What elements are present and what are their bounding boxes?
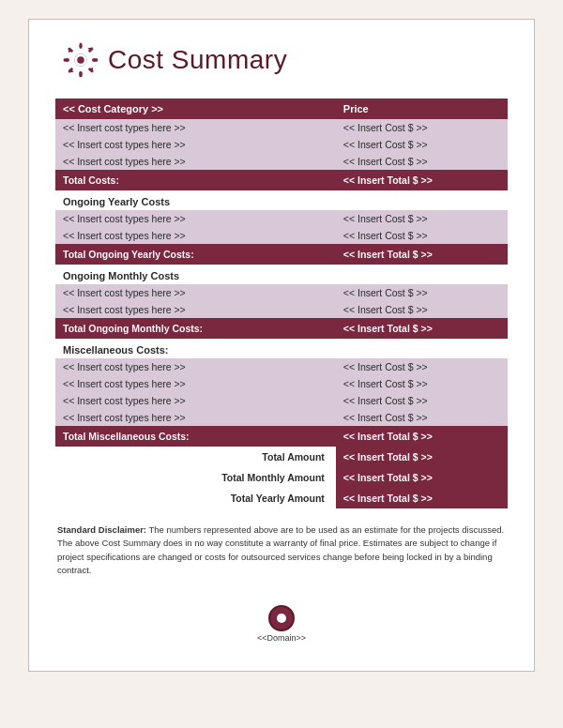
cost-price-cell: << Insert Cost $ >> [336, 409, 508, 426]
summary-total-value: << Insert Total $ >> [336, 447, 508, 467]
table-header-row: << Cost Category >> Price [55, 99, 508, 119]
table-row: << Insert cost types here >> << Insert C… [55, 153, 508, 170]
cost-price-cell: << Insert Cost $ >> [336, 136, 508, 153]
summary-row-total: Total Amount << Insert Total $ >> [55, 447, 508, 467]
cost-category-cell: << Insert cost types here >> [55, 210, 336, 227]
svg-rect-9 [80, 71, 83, 77]
cost-price-cell: << Insert Cost $ >> [336, 210, 508, 227]
summary-yearly-label: Total Yearly Amount [55, 488, 336, 508]
table-row: << Insert cost types here >> << Insert C… [55, 119, 508, 136]
cost-price-cell: << Insert Cost $ >> [336, 301, 508, 318]
cost-category-cell: << Insert cost types here >> [55, 153, 336, 170]
table-row: << Insert cost types here >> << Insert C… [55, 136, 508, 153]
total-monthly-value: << Insert Total $ >> [336, 318, 508, 339]
cost-price-cell: << Insert Cost $ >> [336, 358, 508, 375]
domain-icon [268, 605, 295, 631]
disclaimer-section: Standard Disclaimer: The numbers represe… [55, 523, 508, 577]
summary-monthly-label: Total Monthly Amount [55, 467, 336, 488]
section-label: Ongoing Monthly Costs [55, 265, 508, 284]
cost-table: << Cost Category >> Price << Insert cost… [55, 99, 508, 508]
summary-total-label: Total Amount [55, 447, 336, 467]
table-row: << Insert cost types here >> << Insert C… [55, 227, 508, 244]
cost-category-cell: << Insert cost types here >> [55, 375, 336, 392]
section-label: Ongoing Yearly Costs [55, 190, 508, 210]
total-costs-value: << Insert Total $ >> [336, 170, 508, 190]
gear-icon [63, 42, 99, 78]
total-monthly-row: Total Ongoing Monthly Costs: << Insert T… [55, 318, 508, 339]
cost-price-cell: << Insert Cost $ >> [336, 375, 508, 392]
cost-price-cell: << Insert Cost $ >> [336, 284, 508, 301]
section-heading-yearly: Ongoing Yearly Costs [55, 190, 508, 210]
cost-category-cell: << Insert cost types here >> [55, 227, 336, 244]
table-row: << Insert cost types here >> << Insert C… [55, 392, 508, 409]
summary-row-monthly: Total Monthly Amount << Insert Total $ >… [55, 467, 508, 488]
total-misc-value: << Insert Total $ >> [336, 426, 508, 447]
total-yearly-value: << Insert Total $ >> [336, 244, 508, 265]
total-costs-label: Total Costs: [55, 170, 336, 190]
total-costs-row: Total Costs: << Insert Total $ >> [55, 170, 508, 190]
page-title: Cost Summary [108, 45, 287, 75]
total-monthly-label: Total Ongoing Monthly Costs: [55, 318, 336, 339]
section-label: Miscellaneous Costs: [55, 339, 508, 358]
svg-rect-11 [64, 59, 69, 62]
domain-label: <<Domain>> [55, 633, 508, 643]
cost-category-cell: << Insert cost types here >> [55, 358, 336, 375]
svg-rect-7 [92, 59, 98, 62]
page-header: Cost Summary [55, 42, 508, 78]
cost-price-cell: << Insert Cost $ >> [336, 227, 508, 244]
section-heading-monthly: Ongoing Monthly Costs [55, 265, 508, 284]
cost-category-cell: << Insert cost types here >> [55, 284, 336, 301]
table-row: << Insert cost types here >> << Insert C… [55, 284, 508, 301]
summary-monthly-value: << Insert Total $ >> [336, 467, 508, 488]
footer: <<Domain>> [55, 605, 508, 652]
summary-row-yearly: Total Yearly Amount << Insert Total $ >> [55, 488, 508, 508]
table-row: << Insert cost types here >> << Insert C… [55, 375, 508, 392]
svg-point-1 [77, 56, 84, 64]
cost-category-cell: << Insert cost types here >> [55, 301, 336, 318]
cost-category-cell: << Insert cost types here >> [55, 136, 336, 153]
table-row: << Insert cost types here >> << Insert C… [55, 358, 508, 375]
table-row: << Insert cost types here >> << Insert C… [55, 409, 508, 426]
svg-rect-2 [80, 43, 83, 49]
cost-category-cell: << Insert cost types here >> [55, 409, 336, 426]
total-misc-row: Total Miscellaneous Costs: << Insert Tot… [55, 426, 508, 447]
total-yearly-row: Total Ongoing Yearly Costs: << Insert To… [55, 244, 508, 265]
cost-price-cell: << Insert Cost $ >> [336, 153, 508, 170]
total-yearly-label: Total Ongoing Yearly Costs: [55, 244, 336, 265]
table-row: << Insert cost types here >> << Insert C… [55, 210, 508, 227]
cost-category-cell: << Insert cost types here >> [55, 392, 336, 409]
table-row: << Insert cost types here >> << Insert C… [55, 301, 508, 318]
cost-category-cell: << Insert cost types here >> [55, 119, 336, 136]
col-header-category: << Cost Category >> [55, 99, 336, 119]
page: Cost Summary << Cost Category >> Price <… [28, 19, 535, 672]
cost-price-cell: << Insert Cost $ >> [336, 119, 508, 136]
disclaimer-bold: Standard Disclaimer: [57, 524, 146, 535]
cost-price-cell: << Insert Cost $ >> [336, 392, 508, 409]
col-header-price: Price [336, 99, 508, 119]
total-misc-label: Total Miscellaneous Costs: [55, 426, 336, 447]
section-heading-misc: Miscellaneous Costs: [55, 339, 508, 358]
summary-yearly-value: << Insert Total $ >> [336, 488, 508, 508]
